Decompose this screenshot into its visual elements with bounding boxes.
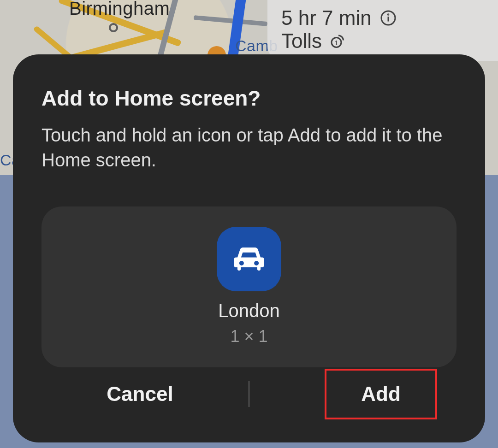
shortcut-size: 1 × 1 <box>230 327 267 346</box>
shortcut-preview[interactable]: London 1 × 1 <box>42 206 456 367</box>
dialog-button-row: Cancel Add <box>41 369 457 419</box>
cancel-button[interactable]: Cancel <box>41 371 239 418</box>
dialog-title: Add to Home screen? <box>42 86 456 111</box>
car-icon[interactable] <box>217 227 281 291</box>
svg-point-5 <box>239 261 244 265</box>
dialog-description: Touch and hold an icon or tap Add to add… <box>42 123 456 172</box>
svg-point-6 <box>254 261 259 265</box>
add-button[interactable]: Add <box>325 369 437 419</box>
shortcut-name: London <box>218 301 279 321</box>
button-divider <box>249 381 249 407</box>
add-to-home-dialog: Add to Home screen? Touch and hold an ic… <box>13 54 485 442</box>
